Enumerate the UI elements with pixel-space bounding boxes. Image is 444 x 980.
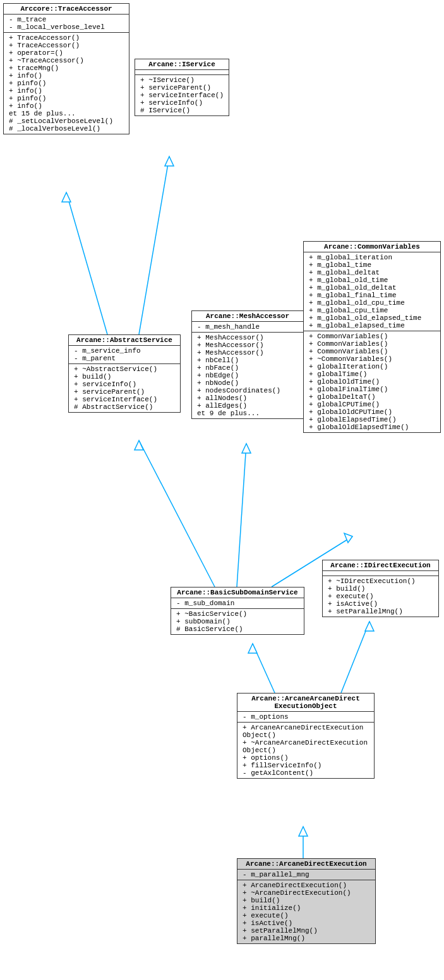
arcanedirectexecution-fields: - m_parallel_mng	[237, 870, 375, 880]
traceaccessor-fields: - m_trace - m_local_verbose_level	[4, 15, 129, 33]
svg-marker-9	[344, 533, 352, 543]
svg-marker-7	[242, 444, 251, 453]
arcanedirectexecutionobject-title: Arcane::ArcaneArcaneDirectExecutionObjec…	[237, 694, 374, 712]
idirectexecution-box: Arcane::IDirectExecution + ~IDirectExecu…	[322, 560, 439, 617]
commonvariables-methods: + CommonVariables() + CommonVariables() …	[304, 331, 440, 432]
iservice-box: Arcane::IService + ~IService() + service…	[135, 59, 229, 116]
arcanedirectexecutionobject-methods: + ArcaneArcaneDirectExecution Object() +…	[237, 723, 374, 778]
basicsubdomainservice-methods: + ~BasicService() + subDomain() # BasicS…	[171, 609, 304, 634]
idirectexecution-empty	[323, 571, 438, 576]
svg-marker-11	[248, 644, 257, 653]
svg-line-12	[341, 622, 369, 693]
svg-marker-15	[299, 827, 308, 836]
arcanedirectexecution-box: Arcane::ArcaneDirectExecution - m_parall…	[237, 858, 376, 944]
svg-marker-13	[365, 622, 374, 631]
svg-line-2	[139, 156, 169, 334]
iservice-title: Arcane::IService	[135, 59, 229, 70]
abstractservice-methods: + ~AbstractService() + build() + service…	[69, 364, 180, 412]
arcanedirectexecution-methods: + ArcaneDirectExecution() + ~ArcaneDirec…	[237, 880, 375, 943]
commonvariables-box: Arcane::CommonVariables + m_global_itera…	[303, 241, 441, 433]
abstractservice-title: Arcane::AbstractService	[69, 335, 180, 346]
svg-line-4	[139, 440, 215, 587]
commonvariables-title: Arcane::CommonVariables	[304, 242, 440, 252]
abstractservice-fields: - m_service_info - m_parent	[69, 346, 180, 364]
meshaccessor-fields: - m_mesh_handle	[192, 322, 303, 333]
arrows-layer	[0, 0, 444, 980]
arcanedirectexecutionobject-box: Arcane::ArcaneArcaneDirectExecutionObjec…	[237, 693, 375, 779]
arcanedirectexecutionobject-fields: - m_options	[237, 712, 374, 723]
iservice-methods: + ~IService() + serviceParent() + servic…	[135, 75, 229, 115]
svg-line-0	[66, 192, 107, 334]
traceaccessor-title: Arccore::TraceAccessor	[4, 4, 129, 15]
meshaccessor-title: Arcane::MeshAccessor	[192, 311, 303, 322]
svg-line-10	[253, 644, 275, 693]
commonvariables-fields: + m_global_iteration + m_global_time + m…	[304, 252, 440, 331]
traceaccessor-methods: + TraceAccessor() + TraceAccessor() + op…	[4, 33, 129, 134]
meshaccessor-methods: + MeshAccessor() + MeshAccessor() + Mesh…	[192, 333, 303, 418]
diagram-container: Arccore::TraceAccessor - m_trace - m_loc…	[0, 0, 444, 980]
abstractservice-box: Arcane::AbstractService - m_service_info…	[68, 334, 181, 413]
svg-marker-1	[62, 192, 71, 202]
tracaccessor-box: Arccore::TraceAccessor - m_trace - m_loc…	[3, 3, 129, 134]
svg-marker-3	[165, 156, 174, 166]
svg-marker-5	[135, 440, 143, 450]
idirectexecution-title: Arcane::IDirectExecution	[323, 560, 438, 571]
meshaccessor-box: Arcane::MeshAccessor - m_mesh_handle + M…	[191, 310, 304, 419]
basicsubdomainservice-fields: - m_sub_domain	[171, 598, 304, 609]
basicsubdomainservice-title: Arcane::BasicSubDomainService	[171, 587, 304, 598]
basicsubdomainservice-box: Arcane::BasicSubDomainService - m_sub_do…	[171, 587, 304, 635]
arcanedirectexecution-title: Arcane::ArcaneDirectExecution	[237, 859, 375, 870]
idirectexecution-methods: + ~IDirectExecution() + build() + execut…	[323, 576, 438, 617]
iservice-empty	[135, 70, 229, 75]
svg-line-6	[237, 444, 246, 587]
